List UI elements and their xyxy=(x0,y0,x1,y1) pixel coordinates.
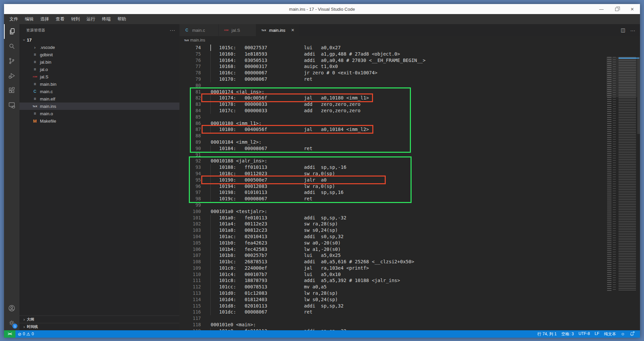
sidebar-section-header[interactable]: › 时间线 xyxy=(19,323,179,330)
remote-indicator[interactable]: >< xyxy=(4,330,15,338)
minimap[interactable] xyxy=(606,57,637,291)
code-line[interactable]: 88 xyxy=(179,133,640,139)
code-line[interactable]: 103 101a8: 00812c23 sw s0,24(sp) xyxy=(179,227,640,233)
code-line[interactable]: 82 10174: 00c0056f jal a0,10180 <imm_l1> xyxy=(179,95,640,101)
code-line[interactable]: 84 1017c: 00000033 add zero,zero,zero xyxy=(179,108,640,114)
editor-tab[interactable]: ASM jal.S xyxy=(219,24,256,36)
code-line[interactable]: 115 101d8: 02010113 addi sp,sp,32 xyxy=(179,303,640,309)
code-line[interactable]: 78 1016c: 00000067 jr zero # 0 <exit-0x1… xyxy=(179,70,640,76)
menu-item[interactable]: 转到 xyxy=(68,15,83,23)
explorer-icon[interactable] xyxy=(4,24,19,39)
code-line[interactable]: 79 10170: 00008067 ret xyxy=(179,76,640,82)
tree-item[interactable]: TeX main.ins xyxy=(19,103,179,110)
menu-item[interactable]: 查看 xyxy=(52,15,68,23)
menu-item[interactable]: 运行 xyxy=(83,15,99,23)
code-line[interactable]: 118 000101e0 <main>: xyxy=(179,322,640,328)
code-line[interactable]: 105 101b0: fea42623 sw a0,-20(s0) xyxy=(179,240,640,246)
more-actions-icon[interactable]: ··· xyxy=(630,27,635,33)
tree-item[interactable]: ≡ jal.bin xyxy=(19,58,179,66)
breadcrumb[interactable]: TeX main.ins xyxy=(179,36,640,44)
code-line[interactable]: 110 101c4: 000107b7 lui a5,0x10 xyxy=(179,271,640,278)
tree-item[interactable]: ≡ main.bin xyxy=(19,80,179,88)
extensions-icon[interactable] xyxy=(4,83,19,98)
run-debug-icon[interactable] xyxy=(4,68,19,83)
code-line[interactable]: 85 xyxy=(179,114,640,120)
menu-item[interactable]: 终端 xyxy=(99,15,114,23)
code-line[interactable]: 81 00010174 <jal_ins>: xyxy=(179,89,640,95)
code-line[interactable]: 94 1018c: 00112023 sw ra,0(sp) xyxy=(179,170,640,177)
code-editor[interactable]: 74 1015c: 00027537 lui a0,0x27 75 10160:… xyxy=(179,44,640,330)
code-line[interactable]: 108 101bc: 26878513 addi a0,a5,616 # 252… xyxy=(179,259,640,265)
code-line[interactable]: 119 101e0: fe010113 addi sp,sp,-32 xyxy=(179,328,640,330)
code-line[interactable]: 114 101d4: 01812403 lw s0,24(sp) xyxy=(179,296,640,303)
code-line[interactable]: 86 00010180 <imm_l1>: xyxy=(179,120,640,127)
code-line[interactable]: 102 101a4: 00112e23 sw ra,28(sp) xyxy=(179,221,640,227)
code-line[interactable]: 75 10160: 1e818593 addi a1,gp,488 # 27ad… xyxy=(179,51,640,57)
feedback-smiley-icon[interactable]: ☺ xyxy=(619,332,627,336)
tree-item[interactable]: ≡ gdbinit xyxy=(19,51,179,58)
menu-item[interactable]: 选择 xyxy=(37,15,52,23)
split-editor-icon[interactable]: ◫ xyxy=(621,27,626,33)
sidebar-section-header[interactable]: › 大纲 xyxy=(19,316,179,323)
notifications-bell[interactable] xyxy=(627,332,637,336)
minimize-button[interactable]: — xyxy=(594,4,609,14)
status-item[interactable]: 空格: 3 xyxy=(559,331,576,337)
code-line[interactable]: 91 xyxy=(179,152,640,158)
code-line[interactable]: 87 10180: 0040056f jal a0,10184 <imm_l2> xyxy=(179,126,640,133)
restore-button[interactable] xyxy=(609,4,625,14)
tree-item[interactable]: ASM jal.S xyxy=(19,73,179,80)
problems-indicator[interactable]: ⊘ 0 ⚠ 0 xyxy=(15,330,36,338)
close-button[interactable]: ✕ xyxy=(625,4,640,14)
sidebar-more-actions[interactable]: ··· xyxy=(170,27,175,33)
menu-item[interactable]: 帮助 xyxy=(114,15,129,23)
code-line[interactable]: 92 00010188 <jalr_ins>: xyxy=(179,158,640,164)
search-icon[interactable] xyxy=(4,39,19,54)
status-item[interactable]: UTF-8 xyxy=(576,331,592,336)
code-line[interactable]: 90 10184: 00008067 ret xyxy=(179,145,640,152)
tree-item[interactable]: C main.c xyxy=(19,88,179,95)
source-control-icon[interactable] xyxy=(4,54,19,68)
menu-item[interactable]: 文件 xyxy=(6,15,21,23)
tree-item[interactable]: ≡ jal.o xyxy=(19,66,179,73)
code-line[interactable]: 96 10194: 00012083 lw ra,0(sp) xyxy=(179,183,640,190)
code-line[interactable]: 80 xyxy=(179,82,640,89)
tree-item[interactable]: › .vscode xyxy=(19,44,179,51)
code-line[interactable]: 93 10188: ff010113 addi sp,sp,-16 xyxy=(179,164,640,170)
code-line[interactable]: 100 000101a0 <testjalr>: xyxy=(179,208,640,215)
code-line[interactable]: 104 101ac: 02010413 addi s0,sp,32 xyxy=(179,233,640,240)
settings-gear-icon[interactable]: 1 xyxy=(4,316,19,330)
status-item[interactable]: 纯文本 xyxy=(602,331,619,337)
code-line[interactable]: 95 10190: 000500e7 jalr a0 xyxy=(179,177,640,183)
code-line[interactable]: 106 101b4: fec42583 lw a1,-20(s0) xyxy=(179,246,640,253)
menu-item[interactable]: 编辑 xyxy=(21,15,37,23)
code-line[interactable]: 116 101dc: 00008067 ret xyxy=(179,309,640,315)
account-icon[interactable] xyxy=(4,301,19,316)
code-line[interactable]: 101 101a0: fe010113 addi sp,sp,-32 xyxy=(179,215,640,221)
tree-item[interactable]: ≡ main.o xyxy=(19,110,179,117)
code-line[interactable]: 74 1015c: 00027537 lui a0,0x27 xyxy=(179,45,640,51)
status-item[interactable]: 行 74, 列 1 xyxy=(535,331,559,337)
code-line[interactable]: 76 10164: 03050513 addi a0,a0,48 # 27030… xyxy=(179,57,640,64)
code-line[interactable]: 89 00010184 <imm_l2>: xyxy=(179,139,640,145)
code-line[interactable]: 117 xyxy=(179,315,640,322)
close-icon[interactable]: ✕ xyxy=(290,28,296,32)
code-line[interactable]: 83 10178: 00000033 add zero,zero,zero xyxy=(179,101,640,108)
line-text: 101ac: 02010413 addi s0,sp,32 xyxy=(207,233,343,240)
code-line[interactable]: 77 10168: 00000317 auipc t1,0x0 xyxy=(179,63,640,70)
status-item[interactable]: LF xyxy=(592,331,602,336)
code-line[interactable]: 113 101d0: 01c12083 lw ra,28(sp) xyxy=(179,290,640,296)
code-line[interactable]: 111 101c8: 18878793 addi a5,a5,392 # 101… xyxy=(179,277,640,284)
code-line[interactable]: 109 101c0: 224000ef jal ra,103e4 <printf… xyxy=(179,265,640,271)
tree-item[interactable]: M Makefile xyxy=(19,117,179,125)
code-line[interactable]: 112 101cc: 00078513 mv a0,a5 xyxy=(179,284,640,290)
code-line[interactable]: 98 1019c: 00008067 ret xyxy=(179,196,640,202)
tree-item[interactable]: ≡ main.elf xyxy=(19,95,179,103)
code-line[interactable]: 97 10198: 01010113 addi sp,sp,16 xyxy=(179,189,640,196)
code-line[interactable]: 99 xyxy=(179,202,640,208)
editor-tab[interactable]: C main.c xyxy=(179,24,219,36)
folder-root-17[interactable]: › 17 xyxy=(19,36,179,44)
remote-explorer-icon[interactable] xyxy=(4,98,19,113)
code-line[interactable]: 107 101b8: 000257b7 lui a5,0x25 xyxy=(179,252,640,259)
editor-tab[interactable]: TeX main.ins ✕ xyxy=(256,24,299,36)
vertical-scrollbar[interactable] xyxy=(637,57,640,134)
